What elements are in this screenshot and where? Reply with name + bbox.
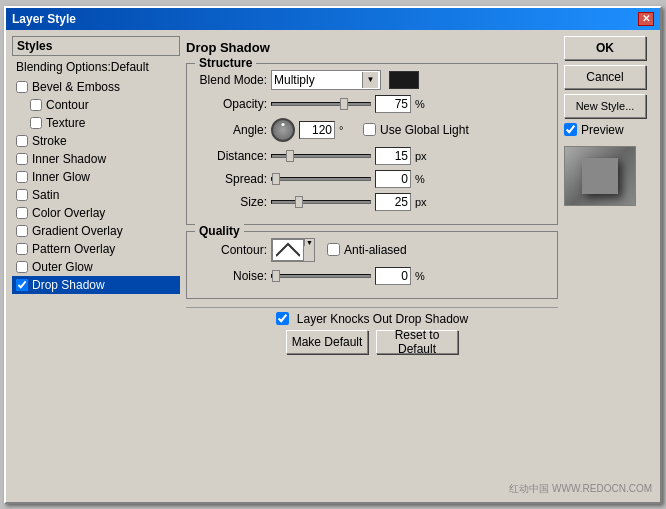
preview-checkbox[interactable] <box>564 123 577 136</box>
default-buttons-row: Make Default Reset to Default <box>196 330 548 354</box>
contour-checkbox[interactable] <box>30 99 42 111</box>
satin-checkbox[interactable] <box>16 189 28 201</box>
texture-label: Texture <box>46 116 85 130</box>
title-bar: Layer Style ✕ <box>6 8 660 30</box>
anti-aliased-checkbox[interactable] <box>327 243 340 256</box>
stroke-checkbox[interactable] <box>16 135 28 147</box>
spread-input[interactable] <box>375 170 411 188</box>
global-light-checkbox[interactable] <box>363 123 376 136</box>
layer-style-dialog: Layer Style ✕ Styles Blending Options:De… <box>4 6 662 504</box>
angle-input[interactable] <box>299 121 335 139</box>
structure-section: Structure Blend Mode: Multiply ▼ Opacity… <box>186 63 558 225</box>
sidebar-item-color-overlay[interactable]: Color Overlay <box>12 204 180 222</box>
ok-button[interactable]: OK <box>564 36 646 60</box>
sidebar-item-stroke[interactable]: Stroke <box>12 132 180 150</box>
inner-glow-checkbox[interactable] <box>16 171 28 183</box>
quality-section: Quality Contour: ▼ Anti-alia <box>186 231 558 299</box>
sidebar-item-texture[interactable]: Texture <box>12 114 180 132</box>
global-light-label: Use Global Light <box>380 123 469 137</box>
pattern-overlay-label: Pattern Overlay <box>32 242 115 256</box>
texture-checkbox[interactable] <box>30 117 42 129</box>
spread-row: Spread: % <box>197 170 547 188</box>
sidebar-item-bevel[interactable]: Bevel & Emboss <box>12 78 180 96</box>
sidebar-item-inner-glow[interactable]: Inner Glow <box>12 168 180 186</box>
anti-aliased-label: Anti-aliased <box>344 243 407 257</box>
outer-glow-checkbox[interactable] <box>16 261 28 273</box>
bevel-checkbox[interactable] <box>16 81 28 93</box>
distance-unit: px <box>415 150 431 162</box>
satin-label: Satin <box>32 188 59 202</box>
blend-mode-arrow[interactable]: ▼ <box>362 72 378 88</box>
color-swatch[interactable] <box>389 71 419 89</box>
preview-inner <box>582 158 618 194</box>
sidebar-item-contour[interactable]: Contour <box>12 96 180 114</box>
sidebar-item-inner-shadow[interactable]: Inner Shadow <box>12 150 180 168</box>
noise-unit: % <box>415 270 431 282</box>
stroke-label: Stroke <box>32 134 67 148</box>
preview-row: Preview <box>564 123 654 137</box>
contour-arrow[interactable]: ▼ <box>304 239 314 246</box>
distance-label: Distance: <box>197 149 267 163</box>
sidebar-item-pattern-overlay[interactable]: Pattern Overlay <box>12 240 180 258</box>
contour-label: Contour <box>46 98 89 112</box>
drop-shadow-checkbox[interactable] <box>16 279 28 291</box>
pattern-overlay-checkbox[interactable] <box>16 243 28 255</box>
angle-label: Angle: <box>197 123 267 137</box>
contour-preview[interactable] <box>272 239 304 261</box>
close-button[interactable]: ✕ <box>638 12 654 26</box>
preview-label-text: Preview <box>581 123 624 137</box>
inner-glow-label: Inner Glow <box>32 170 90 184</box>
blend-mode-row: Blend Mode: Multiply ▼ <box>197 70 547 90</box>
make-default-button[interactable]: Make Default <box>286 330 368 354</box>
inner-shadow-label: Inner Shadow <box>32 152 106 166</box>
blending-options[interactable]: Blending Options:Default <box>12 58 180 76</box>
noise-input[interactable] <box>375 267 411 285</box>
reset-to-default-button[interactable]: Reset to Default <box>376 330 458 354</box>
contour-row: Contour: ▼ Anti-aliased <box>197 238 547 262</box>
styles-header: Styles <box>12 36 180 56</box>
noise-slider[interactable] <box>271 274 371 278</box>
layer-knocks-row: Layer Knocks Out Drop Shadow <box>196 312 548 326</box>
sidebar-item-gradient-overlay[interactable]: Gradient Overlay <box>12 222 180 240</box>
opacity-label: Opacity: <box>197 97 267 111</box>
opacity-input[interactable] <box>375 95 411 113</box>
size-input[interactable] <box>375 193 411 211</box>
gradient-overlay-label: Gradient Overlay <box>32 224 123 238</box>
dialog-title: Layer Style <box>12 12 76 26</box>
sidebar-item-drop-shadow[interactable]: Drop Shadow <box>12 276 180 294</box>
global-light-container: Use Global Light <box>363 123 469 137</box>
layer-knocks-checkbox[interactable] <box>276 312 289 325</box>
angle-row: Angle: ° Use Global Light <box>197 118 547 142</box>
left-panel: Styles Blending Options:Default Bevel & … <box>12 36 180 496</box>
opacity-slider[interactable] <box>271 102 371 106</box>
layer-knocks-label: Layer Knocks Out Drop Shadow <box>297 312 468 326</box>
style-list: Bevel & Emboss Contour Texture Stroke In… <box>12 78 180 294</box>
noise-row: Noise: % <box>197 267 547 285</box>
spread-slider[interactable] <box>271 177 371 181</box>
size-label: Size: <box>197 195 267 209</box>
dialog-body: Styles Blending Options:Default Bevel & … <box>6 30 660 502</box>
color-overlay-label: Color Overlay <box>32 206 105 220</box>
size-slider[interactable] <box>271 200 371 204</box>
contour-label: Contour: <box>197 243 267 257</box>
distance-row: Distance: px <box>197 147 547 165</box>
color-overlay-checkbox[interactable] <box>16 207 28 219</box>
angle-dial[interactable] <box>271 118 295 142</box>
inner-shadow-checkbox[interactable] <box>16 153 28 165</box>
distance-slider[interactable] <box>271 154 371 158</box>
sidebar-item-outer-glow[interactable]: Outer Glow <box>12 258 180 276</box>
gradient-overlay-checkbox[interactable] <box>16 225 28 237</box>
new-style-button[interactable]: New Style... <box>564 94 646 118</box>
middle-panel: Drop Shadow Structure Blend Mode: Multip… <box>186 36 558 496</box>
preview-box <box>564 146 636 206</box>
outer-glow-label: Outer Glow <box>32 260 93 274</box>
cancel-button[interactable]: Cancel <box>564 65 646 89</box>
distance-input[interactable] <box>375 147 411 165</box>
contour-dropdown[interactable]: ▼ <box>271 238 315 262</box>
right-panel: OK Cancel New Style... Preview <box>564 36 654 496</box>
sidebar-item-satin[interactable]: Satin <box>12 186 180 204</box>
blend-mode-dropdown[interactable]: Multiply ▼ <box>271 70 381 90</box>
size-unit: px <box>415 196 431 208</box>
opacity-row: Opacity: % <box>197 95 547 113</box>
anti-aliased-container: Anti-aliased <box>327 243 407 257</box>
